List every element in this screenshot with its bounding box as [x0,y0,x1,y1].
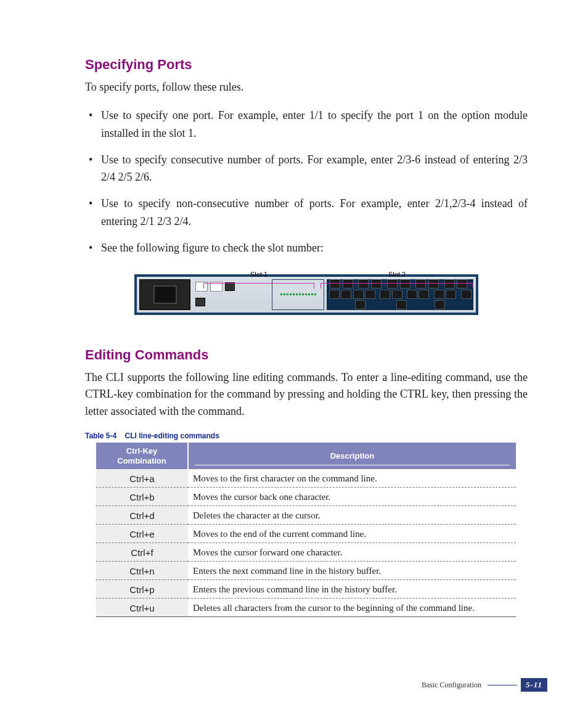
slot-2-bracket [321,283,473,288]
cli-table-body: Ctrl+a Moves to the first character on t… [96,469,516,617]
footer-page-badge: 5-11 [521,678,547,692]
combo-cell: Ctrl+f [96,543,188,562]
table-row: Ctrl+e Moves to the end of the current c… [96,525,516,543]
desc-cell: Moves to the first character on the comm… [188,469,516,488]
desc-cell: Moves to the end of the current command … [188,525,516,543]
table-head-combo-text: Ctrl-KeyCombination [117,446,166,465]
combo-cell: Ctrl+a [96,469,188,488]
list-item: See the following figure to check the sl… [85,239,528,257]
table-caption: Table 5-4 CLI line-editing commands [85,432,528,440]
document-page: Specifying Ports To specify ports, follo… [0,0,588,720]
combo-cell: Ctrl+d [96,506,188,525]
table-row: Ctrl+a Moves to the first character on t… [96,469,516,488]
rules-list: Use to specify one port. For example, en… [85,107,528,257]
combo-cell: Ctrl+e [96,525,188,543]
table-number: Table 5-4 [85,432,116,440]
table-row: Ctrl+f Moves the cursor forward one char… [96,543,516,562]
footer-rule-icon [488,685,517,685]
combo-cell: Ctrl+u [96,599,188,617]
desc-cell: Deletes all characters from the cursor t… [188,599,516,617]
table-row: Ctrl+b Moves the cursor back one charact… [96,488,516,506]
page-footer: Basic Configuration 5-11 [422,678,547,692]
combo-cell: Ctrl+b [96,488,188,506]
switch-chassis-icon [134,274,478,315]
slot-diagram: Slot 1 Slot 2 [134,274,478,315]
list-item: Use to specify non-consecutive number of… [85,195,528,231]
list-item: Use to specify consecutive number of por… [85,151,528,187]
intro-text: To specify ports, follow these rules. [85,79,528,96]
power-plug-icon [153,285,177,304]
table-row: Ctrl+n Enters the next command line in t… [96,562,516,580]
combo-cell: Ctrl+n [96,562,188,580]
desc-cell: Moves the cursor forward one character. [188,543,516,562]
desc-cell: Deletes the character at the cursor. [188,506,516,525]
heading-specifying-ports: Specifying Ports [85,57,528,73]
desc-cell: Enters the previous command line in the … [188,580,516,599]
table-row: Ctrl+p Enters the previous command line … [96,580,516,599]
footer-chapter: Basic Configuration [422,681,481,690]
desc-cell: Enters the next command line in the hist… [188,562,516,580]
led-strip-icon [272,293,324,295]
table-head-combo: Ctrl-KeyCombination [96,443,188,469]
table-head-desc-text: Description [330,451,375,460]
table-row: Ctrl+u Deletes all characters from the c… [96,599,516,617]
section2-body: The CLI supports the following line edit… [85,369,528,421]
power-supply-icon [139,279,190,310]
list-item: Use to specify one port. For example, en… [85,107,528,142]
combo-cell: Ctrl+p [96,580,188,599]
slot-1-bracket [203,283,314,288]
table-head-desc: Description [188,443,516,469]
cli-table: Ctrl-KeyCombination Description Ctrl+a M… [96,443,516,617]
table-row: Ctrl+d Deletes the character at the curs… [96,506,516,525]
table-title: CLI line-editing commands [125,432,219,440]
heading-editing-commands: Editing Commands [85,347,528,363]
slot-2-label: Slot 2 [388,271,406,278]
slot-1-label: Slot 1 [250,271,267,278]
desc-cell: Moves the cursor back one character. [188,488,516,506]
